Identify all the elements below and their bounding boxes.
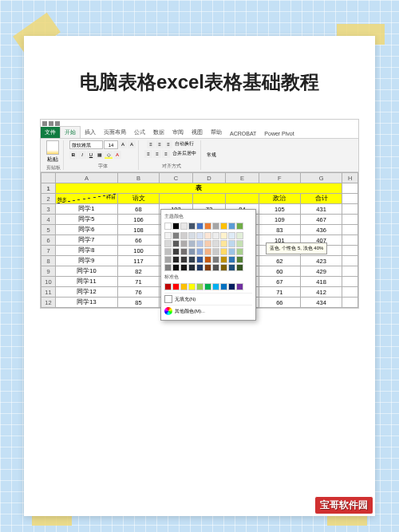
color-swatch[interactable] xyxy=(228,264,235,271)
color-swatch[interactable] xyxy=(220,240,227,247)
row-header[interactable]: 11 xyxy=(41,287,56,298)
color-swatch[interactable] xyxy=(236,240,243,247)
cell[interactable]: 117 xyxy=(117,256,159,266)
cell[interactable]: 66 xyxy=(259,298,300,308)
cell[interactable]: 109 xyxy=(259,215,300,225)
color-swatch[interactable] xyxy=(236,248,243,255)
color-swatch[interactable] xyxy=(212,283,219,290)
tab-view[interactable]: 视图 xyxy=(188,127,207,138)
color-swatch[interactable] xyxy=(180,264,188,271)
cell[interactable]: 429 xyxy=(300,266,342,277)
header-cell[interactable]: 合计 xyxy=(300,194,342,204)
color-swatch[interactable] xyxy=(204,264,211,271)
cell[interactable]: 100 xyxy=(117,246,159,256)
wrap-text-button[interactable]: 自动换行 xyxy=(173,140,196,148)
color-swatch[interactable] xyxy=(196,248,203,255)
cell[interactable]: 434 xyxy=(300,298,342,308)
col-header[interactable]: E xyxy=(226,173,259,183)
color-swatch[interactable] xyxy=(228,232,235,239)
header-cell[interactable]: 语文 xyxy=(117,194,159,204)
cell[interactable]: 82 xyxy=(117,266,159,277)
row-header[interactable]: 9 xyxy=(41,266,56,277)
save-icon[interactable] xyxy=(42,121,47,126)
row-header[interactable]: 1 xyxy=(41,183,56,194)
color-swatch[interactable] xyxy=(180,256,188,263)
border-button[interactable]: ▦ xyxy=(96,151,104,159)
color-swatch[interactable] xyxy=(188,264,196,271)
increase-font-icon[interactable]: A xyxy=(119,140,127,148)
color-swatch[interactable] xyxy=(212,248,219,255)
color-swatch[interactable] xyxy=(228,283,235,290)
color-swatch[interactable] xyxy=(228,223,235,230)
color-swatch[interactable] xyxy=(220,248,227,255)
align-left-icon[interactable]: ≡ xyxy=(144,150,152,158)
tab-file[interactable]: 文件 xyxy=(41,127,60,138)
color-swatch[interactable] xyxy=(236,283,243,290)
color-swatch[interactable] xyxy=(196,283,203,290)
color-swatch[interactable] xyxy=(164,256,172,263)
row-header[interactable]: 12 xyxy=(41,298,56,308)
cell[interactable]: 418 xyxy=(300,277,342,287)
cell[interactable]: 同学9 xyxy=(56,256,118,266)
paste-button[interactable]: 粘贴 xyxy=(46,140,59,164)
col-header[interactable]: A xyxy=(56,173,118,183)
cell[interactable] xyxy=(342,183,358,194)
cell[interactable] xyxy=(342,277,358,287)
row-header[interactable]: 4 xyxy=(41,215,56,225)
color-swatch[interactable] xyxy=(236,256,243,263)
col-header[interactable]: B xyxy=(117,173,159,183)
color-swatch[interactable] xyxy=(204,232,211,239)
cell[interactable]: 同学8 xyxy=(56,246,118,256)
col-header[interactable]: F xyxy=(259,173,300,183)
row-header[interactable]: 2 xyxy=(41,194,56,204)
decrease-font-icon[interactable]: A xyxy=(128,140,136,148)
color-swatch[interactable] xyxy=(164,240,172,247)
color-swatch[interactable] xyxy=(172,283,180,290)
font-size-select[interactable]: 14 xyxy=(104,140,118,149)
font-color-button[interactable]: A xyxy=(113,151,121,159)
cell[interactable]: 同学11 xyxy=(56,277,118,287)
cell[interactable]: 105 xyxy=(259,204,300,215)
cell[interactable]: 66 xyxy=(117,235,159,246)
color-swatch[interactable] xyxy=(180,240,188,247)
cell[interactable] xyxy=(342,225,358,235)
cell[interactable]: 431 xyxy=(300,204,342,215)
cell[interactable]: 同学1 xyxy=(56,204,118,215)
more-colors-option[interactable]: 其他颜色(M)... xyxy=(164,305,252,317)
cell[interactable]: 71 xyxy=(117,277,159,287)
cell[interactable]: 108 xyxy=(117,225,159,235)
cell[interactable] xyxy=(342,215,358,225)
color-swatch[interactable] xyxy=(236,264,243,271)
cell[interactable] xyxy=(342,246,358,256)
color-swatch[interactable] xyxy=(228,248,235,255)
color-swatch[interactable] xyxy=(196,256,203,263)
col-header[interactable]: D xyxy=(192,173,226,183)
number-format-select[interactable]: 常规 xyxy=(207,152,216,159)
tab-help[interactable]: 帮助 xyxy=(207,127,226,138)
color-swatch[interactable] xyxy=(212,232,219,239)
align-right-icon[interactable]: ≡ xyxy=(162,150,170,158)
color-swatch[interactable] xyxy=(204,240,211,247)
tab-powerpivot[interactable]: Power Pivot xyxy=(260,129,298,138)
color-swatch[interactable] xyxy=(220,223,227,230)
color-swatch[interactable] xyxy=(164,223,172,230)
tab-review[interactable]: 审阅 xyxy=(168,127,188,138)
color-swatch[interactable] xyxy=(228,240,235,247)
row-header[interactable]: 10 xyxy=(41,277,56,287)
color-swatch[interactable] xyxy=(180,283,188,290)
color-swatch[interactable] xyxy=(212,240,219,247)
col-header[interactable]: H xyxy=(342,173,358,183)
color-swatch[interactable] xyxy=(228,256,235,263)
color-swatch[interactable] xyxy=(212,264,219,271)
row-header[interactable]: 3 xyxy=(41,204,56,215)
cell[interactable]: 68 xyxy=(117,204,159,215)
header-cell[interactable] xyxy=(226,194,259,204)
col-header[interactable]: G xyxy=(300,173,342,183)
align-center-icon[interactable]: ≡ xyxy=(153,150,161,158)
select-all-corner[interactable] xyxy=(41,173,56,183)
color-swatch[interactable] xyxy=(188,256,196,263)
font-name-select[interactable]: 微软雅黑 xyxy=(69,140,103,149)
align-middle-icon[interactable]: ≡ xyxy=(156,140,164,148)
cell[interactable] xyxy=(342,235,358,246)
color-swatch[interactable] xyxy=(188,232,196,239)
